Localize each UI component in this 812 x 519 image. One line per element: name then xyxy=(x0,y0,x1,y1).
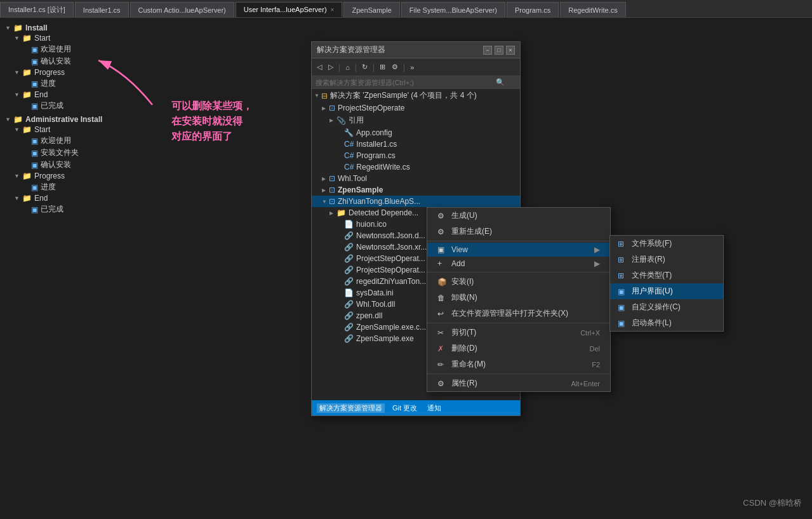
end1-label: End xyxy=(34,90,48,99)
se-sysdata-label: sysData.ini xyxy=(356,288,394,297)
se-installer1cs[interactable]: C# Installer1.cs xyxy=(312,138,520,150)
se-back-btn[interactable]: ◁ xyxy=(314,62,324,72)
ctx-uninstall-icon: 🗑 xyxy=(437,293,448,302)
se-zhiyuantong-label: ZhiYuanTong.BlueApS... xyxy=(338,197,420,206)
se-title-label: 解决方案资源管理器 xyxy=(317,44,385,55)
admin-install-folder-icon2: ▣ xyxy=(31,149,38,158)
ctx-install[interactable]: 📦 安装(I) xyxy=(427,274,610,290)
se-solution-root[interactable]: ▼ ⊟ 解决方案 'ZpenSample' (4 个项目，共 4 个) xyxy=(312,89,520,102)
ctx-delete-label: 删除(D) xyxy=(451,343,576,354)
watermark: CSDN @棉晗桥 xyxy=(743,497,802,509)
se-zpendll-label: zpen.dll xyxy=(356,311,382,320)
se-zpensampleexec-icon: 🔗 xyxy=(344,323,354,332)
ctx-sep3 xyxy=(427,323,610,323)
admin-confirm-icon: ▣ xyxy=(31,161,38,170)
sub-ctx-filetypes[interactable]: ⊞ 文件类型(T) xyxy=(610,267,723,283)
tree-admin-start[interactable]: ▼ 📁 Start xyxy=(0,125,165,135)
admin-progress-folder-icon: 📁 xyxy=(22,172,32,180)
ctx-view[interactable]: ▣ View ▶ xyxy=(427,243,610,257)
tree-admin-confirm[interactable]: ▣ 确认安装 xyxy=(0,159,165,171)
tree-admin-welcome[interactable]: ▣ 欢迎使用 xyxy=(0,135,165,147)
tree-admin-progress[interactable]: ▼ 📁 Progress xyxy=(0,171,165,181)
progress1-folder-icon: 📁 xyxy=(22,68,32,77)
sub-ctx-registry[interactable]: ⊞ 注册表(R) xyxy=(610,252,723,267)
sub-userinterface-label: 用户界面(U) xyxy=(632,286,673,297)
se-project-stepoperate[interactable]: ▶ ⊡ ProjectStepOperate xyxy=(312,102,520,114)
se-more-btn[interactable]: » xyxy=(408,62,416,72)
tree-admin-end-child[interactable]: ▣ 已完成 xyxy=(0,203,165,215)
tab-customaction[interactable]: Custom Actio...lueApServer) xyxy=(130,2,234,17)
tab-installer1cs[interactable]: Installer1.cs xyxy=(75,2,129,17)
ctx-cut-shortcut: Ctrl+X xyxy=(580,329,600,337)
se-zhiyuantong-expand: ▼ xyxy=(322,199,327,205)
tab-installer1cs-design[interactable]: Installer1.cs [设计] xyxy=(0,2,74,17)
tree-admin-install-root[interactable]: ▼ 📁 Administrative Install xyxy=(0,114,165,125)
se-stepoperate-icon: ⊡ xyxy=(329,104,335,112)
se-newtonsoft-dll-label: Newtonsoft.Json.d... xyxy=(356,231,425,240)
sub-ctx-launchconditions[interactable]: ▣ 启动条件(L) xyxy=(610,315,723,331)
ctx-rebuild[interactable]: ⚙ 重新生成(E) xyxy=(427,224,610,239)
se-search-input[interactable] xyxy=(316,79,496,86)
ctx-properties[interactable]: ⚙ 属性(R) Alt+Enter xyxy=(427,375,610,391)
tree-progress-child-1[interactable]: ▣ 进度 xyxy=(0,78,165,90)
tree-admin-end[interactable]: ▼ 📁 End xyxy=(0,193,165,203)
se-settings-btn[interactable]: ⚙ xyxy=(389,62,401,72)
se-pso1-label: ProjectStepOperat... xyxy=(356,254,425,263)
se-zpensample[interactable]: ▶ ⊡ ZpenSample xyxy=(312,184,520,196)
expand-end1-icon: ▼ xyxy=(14,91,20,98)
tree-start-1[interactable]: ▼ 📁 Start xyxy=(0,33,165,43)
ctx-uninstall[interactable]: 🗑 卸载(N) xyxy=(427,290,610,306)
admin-end-child-icon: ▣ xyxy=(31,205,38,214)
se-search-box[interactable]: 🔍 xyxy=(312,76,520,89)
se-zpensampleexec-label: ZpenSample.exe.c... xyxy=(356,323,426,332)
confirm1-icon: ▣ xyxy=(31,57,38,66)
tab-regeditwrite[interactable]: RegeditWrite.cs xyxy=(560,2,625,17)
close-tab-icon[interactable]: × xyxy=(331,6,335,13)
tree-install-root[interactable]: ▼ 📁 Install xyxy=(0,23,165,33)
se-close-btn[interactable]: × xyxy=(506,46,515,55)
tree-admin-install-folder[interactable]: ▣ 安装文件夹 xyxy=(0,147,165,159)
start1-folder-icon: 📁 xyxy=(22,34,32,43)
se-forward-btn[interactable]: ▷ xyxy=(326,62,336,72)
sub-ctx-customactions[interactable]: ▣ 自定义操作(C) xyxy=(610,299,723,315)
tab-filesystem[interactable]: File System...BlueApServer) xyxy=(401,2,505,17)
tab-zpensample[interactable]: ZpenSample xyxy=(343,2,399,17)
ctx-openinfolder[interactable]: ↩ 在文件资源管理器中打开文件夹(X) xyxy=(427,306,610,321)
sub-ctx-filesystem[interactable]: ⊞ 文件系统(F) xyxy=(610,236,723,252)
se-zpensampleexe-icon: 🔗 xyxy=(344,334,354,343)
ctx-sep2 xyxy=(427,272,610,273)
admin-progress-label: Progress xyxy=(34,172,65,180)
ctx-rename[interactable]: ✏ 重命名(M) F2 xyxy=(427,356,610,372)
se-statusbar-sol[interactable]: 解决方案资源管理器 xyxy=(317,403,385,413)
se-statusbar-notify[interactable]: 通知 xyxy=(425,403,444,413)
se-detected-icon: 📁 xyxy=(336,208,346,217)
se-appconfig[interactable]: 🔧 App.config xyxy=(312,127,520,138)
se-filter-btn[interactable]: ⊞ xyxy=(377,62,388,72)
tree-end-child-1[interactable]: ▣ 已完成 xyxy=(0,100,165,112)
se-whltool[interactable]: ▶ ⊡ Whl.Tool xyxy=(312,173,520,184)
se-statusbar-git[interactable]: Git 更改 xyxy=(390,403,420,413)
ctx-cut-label: 剪切(T) xyxy=(451,327,568,338)
se-maximize-btn[interactable]: □ xyxy=(495,46,503,55)
ctx-cut[interactable]: ✂ 剪切(T) Ctrl+X xyxy=(427,325,610,340)
se-refresh-btn[interactable]: ↻ xyxy=(359,62,370,72)
se-regeditwrite[interactable]: C# RegeditWrite.cs xyxy=(312,161,520,173)
se-search-icon: 🔍 xyxy=(496,78,505,86)
se-programcs[interactable]: C# Program.cs xyxy=(312,150,520,161)
tree-end-1[interactable]: ▼ 📁 End xyxy=(0,90,165,100)
tree-progress-1[interactable]: ▼ 📁 Progress xyxy=(0,67,165,78)
tree-welcome-1[interactable]: ▣ 欢迎使用 xyxy=(0,43,165,55)
tree-admin-progress-child[interactable]: ▣ 进度 xyxy=(0,181,165,193)
ctx-build[interactable]: ⚙ 生成(U) xyxy=(427,208,610,224)
sub-ctx-userinterface[interactable]: ▣ 用户界面(U) xyxy=(610,283,723,299)
se-references[interactable]: ▶ 📎 引用 xyxy=(312,114,520,127)
tab-userinterface[interactable]: User Interfa...lueApServer) × xyxy=(236,2,343,17)
ctx-delete[interactable]: ✗ 删除(D) Del xyxy=(427,340,610,356)
tab-programcs[interactable]: Program.cs xyxy=(507,2,559,17)
ctx-add[interactable]: + Add ▶ xyxy=(427,257,610,271)
sub-customactions-label: 自定义操作(C) xyxy=(632,302,681,313)
se-home-btn[interactable]: ⌂ xyxy=(343,62,352,72)
se-zhiyuantong[interactable]: ▼ ⊡ ZhiYuanTong.BlueApS... xyxy=(312,196,520,207)
tree-confirm-1[interactable]: ▣ 确认安装 xyxy=(0,55,165,67)
se-minimize-btn[interactable]: − xyxy=(483,46,492,55)
